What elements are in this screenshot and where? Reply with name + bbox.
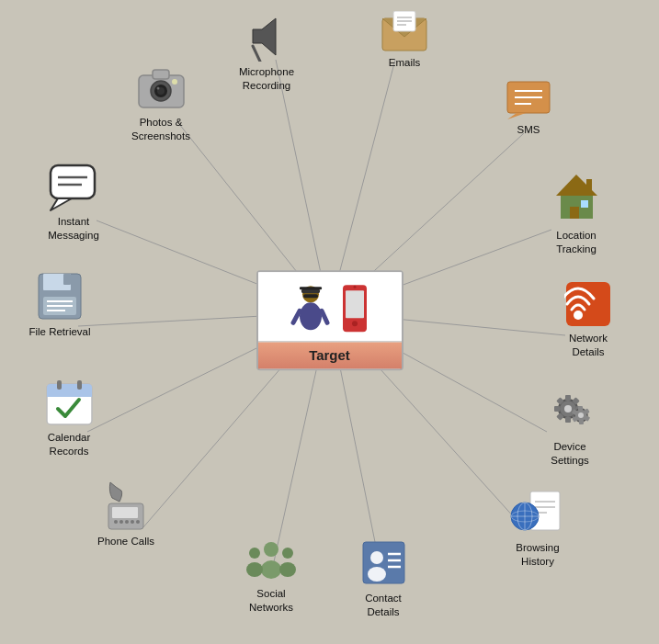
svg-point-89 [131,520,134,524]
item-contact: ContactDetails [333,537,434,619]
location-label: LocationTracking [526,229,627,256]
calendar-label: CalendarRecords [18,431,119,458]
spy-icon [290,281,336,336]
item-file: File Retrieval [9,271,110,339]
svg-point-73 [370,551,383,564]
item-phone: Phone Calls [75,478,176,548]
svg-marker-25 [253,18,276,55]
svg-rect-102 [63,274,71,285]
network-label: NetworkDetails [538,332,639,359]
device-label: DeviceSettings [519,440,620,468]
item-social: SocialNetworks [221,533,322,615]
svg-point-86 [114,520,118,524]
svg-marker-104 [51,198,72,210]
item-location: LocationTracking [526,170,627,256]
contact-label: ContactDetails [333,592,434,619]
svg-point-82 [282,548,293,559]
svg-point-24 [354,286,357,288]
svg-line-20 [322,311,327,322]
svg-rect-95 [77,380,82,390]
calendar-icon [44,377,95,427]
item-browsing: BrowsingHistory [487,487,588,569]
phone-icon [341,283,369,333]
network-icon [564,280,612,328]
browsing-icon [510,487,565,537]
microphone-label: MicrophoneRecording [216,65,317,93]
svg-line-19 [293,311,300,322]
svg-rect-57 [578,406,583,411]
svg-rect-85 [112,507,138,518]
item-calendar: CalendarRecords [18,377,119,458]
target-label: Target [258,341,402,368]
social-icon [244,533,299,583]
svg-point-44 [574,311,583,320]
svg-rect-41 [581,200,588,208]
svg-rect-17 [303,294,318,298]
device-icon [542,386,597,436]
location-icon [551,170,602,225]
phone-label: Phone Calls [75,535,176,548]
target-center: Target [256,270,403,370]
item-microphone: MicrophoneRecording [216,11,317,93]
svg-point-87 [119,520,123,524]
svg-point-88 [125,520,129,524]
browsing-label: BrowsingHistory [487,541,588,569]
svg-rect-22 [346,290,364,318]
svg-point-78 [264,542,278,557]
emails-icon [381,11,428,52]
contact-icon [358,537,409,588]
messaging-icon [49,161,99,211]
svg-rect-51 [565,417,571,423]
diagram: Target MicrophoneRecording [0,0,659,644]
svg-point-56 [578,412,584,418]
svg-point-112 [156,87,159,90]
microphone-icon [244,11,290,62]
svg-point-79 [261,560,281,579]
svg-line-26 [253,46,260,62]
svg-rect-42 [586,179,592,193]
svg-rect-40 [570,207,579,219]
svg-rect-47 [565,395,571,401]
svg-rect-53 [554,406,560,412]
svg-point-80 [249,548,260,559]
svg-point-83 [279,562,296,577]
svg-rect-93 [47,390,92,397]
phone-calls-icon [101,478,152,531]
item-messaging: InstantMessaging [23,161,124,243]
messaging-label: InstantMessaging [23,215,124,243]
photos-icon [136,64,187,112]
sms-label: SMS [478,123,579,137]
svg-point-81 [246,562,263,577]
svg-rect-108 [153,70,169,79]
photos-label: Photos &Screenshots [110,116,211,143]
svg-point-23 [352,321,358,326]
sms-icon [506,78,551,119]
svg-point-46 [564,405,572,412]
file-icon [36,271,84,322]
svg-point-90 [136,520,140,524]
item-sms: SMS [478,78,579,137]
item-device: DeviceSettings [519,386,620,468]
svg-point-74 [368,567,386,582]
svg-rect-60 [579,420,584,424]
svg-rect-16 [300,287,322,289]
emails-label: Emails [354,56,455,70]
item-photos: Photos &Screenshots [110,64,211,143]
svg-marker-34 [507,113,526,119]
social-label: SocialNetworks [221,587,322,615]
svg-rect-103 [51,165,95,198]
svg-rect-94 [57,380,62,390]
item-emails: Emails [354,11,455,70]
svg-point-18 [300,302,322,330]
svg-point-113 [172,79,177,85]
file-label: File Retrieval [9,325,110,339]
item-network: NetworkDetails [538,280,639,359]
